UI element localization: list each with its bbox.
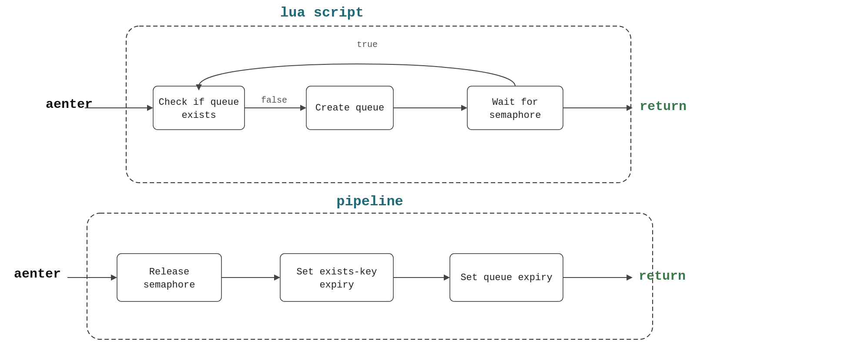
release-semaphore-node	[117, 254, 221, 301]
top-aenter-label: aenter	[46, 97, 93, 112]
arrowhead-aenter-to-check	[147, 105, 153, 111]
true-label: true	[357, 40, 378, 50]
release-semaphore-text-line2: semaphore	[144, 280, 195, 291]
arrowhead-queue-to-return	[627, 274, 633, 281]
create-queue-text: Create queue	[315, 103, 384, 114]
wait-semaphore-node	[467, 86, 563, 130]
check-queue-text-line1: Check if queue	[159, 97, 239, 108]
bottom-aenter-label: aenter	[14, 267, 61, 281]
arrowhead-create-to-wait	[461, 105, 467, 111]
false-label: false	[261, 95, 287, 105]
bottom-return-label: return	[639, 269, 686, 284]
set-exists-text-line1: Set exists-key	[297, 267, 377, 278]
set-queue-expiry-text: Set queue expiry	[460, 272, 552, 283]
pipeline-title: pipeline	[336, 194, 403, 210]
arrowhead-wait-to-return	[627, 105, 633, 111]
release-semaphore-text-line1: Release	[149, 267, 189, 278]
check-queue-text-line2: exists	[181, 110, 216, 121]
lua-script-title: lua script	[280, 5, 364, 21]
top-return-label: return	[640, 99, 687, 114]
wait-semaphore-text-line2: semaphore	[489, 110, 541, 121]
check-queue-node	[153, 86, 245, 130]
arrowhead-release-to-exists	[274, 274, 280, 281]
arrowhead-bottom-aenter-to-release	[111, 274, 117, 281]
diagram-container: lua script aenter Check if queue exists …	[0, 0, 868, 358]
arrowhead-check-to-create	[300, 105, 306, 111]
wait-semaphore-text-line1: Wait for	[492, 97, 538, 108]
true-loop-arrow	[199, 64, 515, 86]
arrowhead-exists-to-queue	[444, 274, 450, 281]
set-exists-node	[280, 254, 393, 301]
set-exists-text-line2: expiry	[319, 280, 354, 291]
